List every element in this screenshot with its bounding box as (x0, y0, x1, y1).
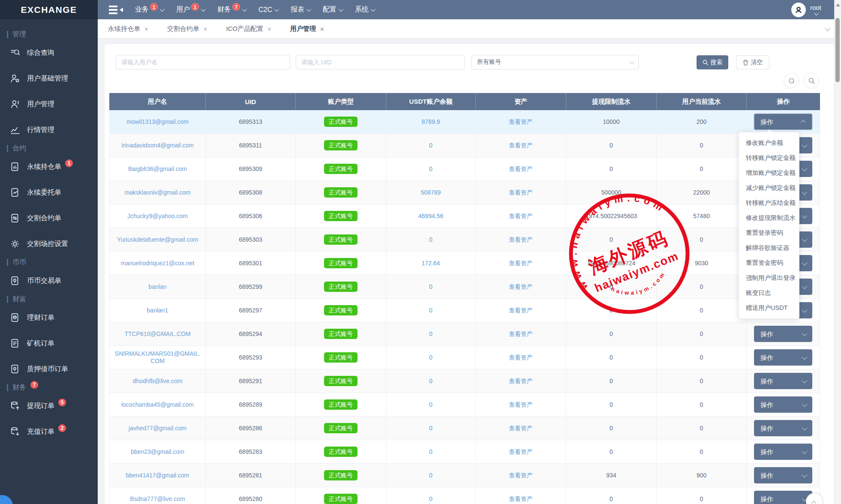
view-assets-link[interactable]: 查看资产 (509, 189, 533, 196)
username-link[interactable]: Irinadavidson4@gmail.com (121, 142, 194, 149)
action-button[interactable]: 操作 (754, 349, 812, 366)
account-type-select[interactable]: 所有账号 (472, 55, 639, 69)
action-menu-item-unbind-google-auth[interactable]: 解绑谷歌验证器 (739, 240, 799, 255)
scroll-up-arrow-icon[interactable] (836, 3, 840, 6)
sidebar-item-delivery-control-settings[interactable]: 交割场控设置 (0, 231, 98, 257)
sidebar-item-perpetual-orders[interactable]: 永续委托单 (0, 180, 98, 205)
username-link[interactable]: TTCP610@GMAIL.COM (124, 330, 190, 338)
view-assets-link[interactable]: 查看资产 (509, 307, 533, 314)
tab-ico-product-config[interactable]: ICO产品配置× (226, 25, 271, 33)
view-assets-link[interactable]: 查看资产 (509, 448, 533, 456)
sidebar-item-miner-orders[interactable]: 矿机订单 (0, 330, 98, 356)
username-link[interactable]: Yuriuskdelafuente@gmail.com (117, 236, 198, 243)
sidebar-item-withdraw-orders[interactable]: 提现订单5 (0, 393, 98, 419)
action-menu-item-reset-login-password[interactable]: 重置登录密码 (739, 225, 799, 240)
tab-delivery-contracts[interactable]: 交割合约单× (167, 25, 207, 33)
usdt-balance-link[interactable]: 0 (429, 401, 433, 408)
view-assets-link[interactable]: 查看资产 (509, 142, 533, 149)
action-button[interactable]: 操作 (754, 467, 812, 483)
sidebar-item-spot-trades[interactable]: 币币交易单 (0, 268, 98, 294)
action-menu-item-modify-withdraw-limit[interactable]: 修改提现限制流水 (739, 210, 799, 225)
nav-item-system[interactable]: 系统 (354, 5, 375, 14)
action-button[interactable]: 操作 (754, 326, 812, 342)
action-menu-item-add-locked-amount[interactable]: 增加账户锁定金额 (739, 165, 799, 180)
action-menu-item-reset-fund-password[interactable]: 重置资金密码 (739, 255, 799, 270)
avatar[interactable] (791, 3, 806, 17)
sidebar-item-finance-orders[interactable]: 理财订单 (0, 305, 98, 330)
view-assets-link[interactable]: 查看资产 (509, 213, 533, 220)
close-icon[interactable]: × (267, 26, 271, 32)
sidebar-item-user-management[interactable]: 用户管理 (0, 91, 98, 117)
tab-perpetual-positions[interactable]: 永续持仓单× (108, 25, 148, 33)
view-assets-link[interactable]: 查看资产 (509, 260, 533, 267)
user-menu[interactable]: root (810, 4, 821, 15)
search-button[interactable]: 搜索 (697, 55, 728, 69)
username-link[interactable]: Jchucky9@yahoo.com (127, 213, 188, 220)
username-link[interactable]: mowil1313@gmail.com (126, 118, 189, 126)
clear-button[interactable]: 清空 (736, 55, 769, 69)
nav-item-users[interactable]: 用户1 (175, 5, 205, 14)
username-link[interactable]: banlan (148, 283, 166, 291)
usdt-balance-link[interactable]: 0 (429, 354, 433, 361)
usdt-balance-link[interactable]: 0 (429, 307, 433, 314)
tab-user-management[interactable]: 用户管理× (290, 25, 324, 33)
action-menu-item-account-change-log[interactable]: 账变日志 (739, 285, 799, 300)
action-button[interactable]: 操作 (754, 420, 812, 436)
usdt-balance-link[interactable]: 0 (429, 495, 433, 503)
view-assets-link[interactable]: 查看资产 (509, 378, 533, 385)
column-search-button[interactable] (804, 73, 819, 88)
action-menu-item-force-logout[interactable]: 强制用户退出登录 (739, 270, 799, 285)
username-search-input[interactable] (116, 55, 290, 69)
sidebar-collapse-button[interactable] (109, 6, 123, 14)
username-link[interactable]: javhed77@gmail.com (129, 425, 186, 432)
usdt-balance-link[interactable]: 0 (429, 425, 433, 432)
action-button[interactable]: 操作 (754, 444, 812, 460)
action-menu-item-transfer-frozen-amount[interactable]: 转移账户冻结金额 (739, 195, 799, 210)
usdt-balance-link[interactable]: 0 (429, 330, 433, 338)
username-link[interactable]: banlan1 (147, 307, 168, 314)
username-link[interactable]: manuelrodriquez1@cox.net (121, 260, 194, 267)
action-button[interactable]: 操作 (754, 491, 812, 504)
usdt-balance-link[interactable]: 0 (429, 283, 433, 291)
view-assets-link[interactable]: 查看资产 (509, 354, 533, 361)
action-button[interactable]: 操作 (754, 396, 812, 413)
view-assets-link[interactable]: 查看资产 (509, 118, 533, 126)
usdt-balance-link[interactable]: 46994.56 (418, 213, 443, 220)
username-link[interactable]: bben41417@gmail.com (126, 472, 189, 479)
sidebar-item-perpetual-positions[interactable]: 永续持仓单1 (0, 154, 98, 180)
action-menu-item-transfer-locked-amount[interactable]: 转移账户锁定金额 (739, 150, 799, 165)
action-menu-item-reduce-locked-amount[interactable]: 减少账户锁定金额 (739, 180, 799, 195)
nav-item-config[interactable]: 配置 (322, 5, 343, 14)
view-assets-link[interactable]: 查看资产 (509, 283, 533, 291)
view-assets-link[interactable]: 查看资产 (509, 236, 533, 243)
refresh-button[interactable] (784, 73, 799, 88)
username-link[interactable]: SNIRMALKUMARS01@GMAIL.COM (113, 350, 202, 365)
action-button[interactable]: 操作 (754, 114, 812, 130)
view-assets-link[interactable]: 查看资产 (509, 401, 533, 408)
username-link[interactable]: Bsdna777@live.com (130, 495, 185, 503)
view-assets-link[interactable]: 查看资产 (509, 495, 533, 503)
username-link[interactable]: bben23@gmail.com (131, 448, 184, 456)
usdt-balance-link[interactable]: 508789 (421, 189, 441, 196)
nav-item-reports[interactable]: 报表 (290, 5, 311, 14)
usdt-balance-link[interactable]: 172.64 (422, 260, 440, 267)
view-assets-link[interactable]: 查看资产 (509, 165, 533, 173)
uid-search-input[interactable] (296, 55, 465, 69)
scrollbar-thumb[interactable] (835, 18, 840, 82)
close-icon[interactable]: × (320, 26, 324, 32)
action-menu-item-modify-balance[interactable]: 修改账户余额 (739, 135, 799, 150)
usdt-balance-link[interactable]: 0 (429, 448, 433, 456)
usdt-balance-link[interactable]: 0 (429, 378, 433, 385)
view-assets-link[interactable]: 查看资产 (509, 330, 533, 338)
close-icon[interactable]: × (204, 26, 207, 32)
sidebar-item-deposit-orders[interactable]: 充值订单2 (0, 419, 98, 444)
username-link[interactable]: maksklasniv@gmail.com (124, 189, 190, 196)
sidebar-item-market-management[interactable]: 行情管理 (0, 117, 98, 143)
username-link[interactable]: locochamba45@gmail.com (121, 401, 194, 408)
usdt-balance-link[interactable]: 0 (429, 165, 433, 173)
usdt-balance-link[interactable]: 0 (429, 142, 433, 149)
view-assets-link[interactable]: 查看资产 (509, 472, 533, 479)
nav-item-finance[interactable]: 财务7 (216, 5, 246, 14)
usdt-balance-link[interactable]: 0 (429, 236, 433, 243)
action-button[interactable]: 操作 (754, 373, 812, 389)
